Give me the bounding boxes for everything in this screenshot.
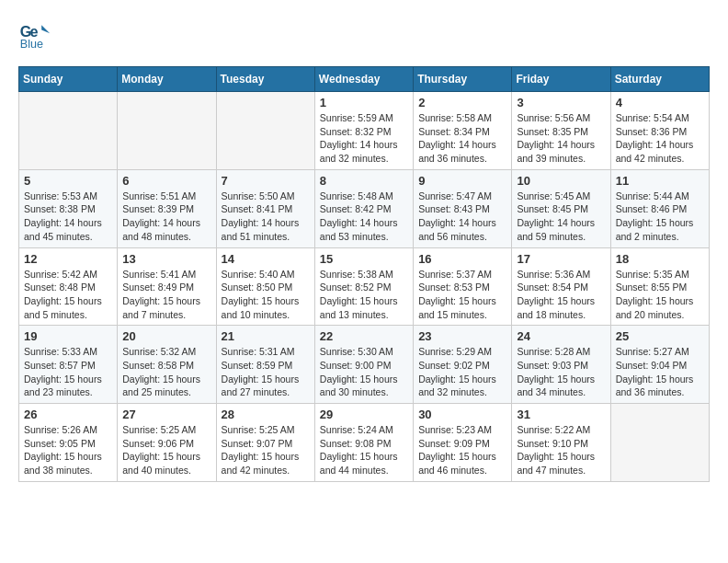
calendar-cell: 27Sunrise: 5:25 AM Sunset: 9:06 PM Dayli… <box>118 404 216 482</box>
calendar-cell: 21Sunrise: 5:31 AM Sunset: 8:59 PM Dayli… <box>216 326 314 404</box>
day-number: 2 <box>418 96 506 109</box>
day-number: 7 <box>222 174 310 188</box>
day-number: 18 <box>616 252 704 266</box>
day-number: 14 <box>222 252 310 266</box>
calendar-cell: 9Sunrise: 5:47 AM Sunset: 8:43 PM Daylig… <box>414 169 512 247</box>
calendar-week-row: 26Sunrise: 5:26 AM Sunset: 9:05 PM Dayli… <box>19 404 710 482</box>
day-info: Sunrise: 5:38 AM Sunset: 8:52 PM Dayligh… <box>320 268 408 322</box>
day-info: Sunrise: 5:28 AM Sunset: 9:03 PM Dayligh… <box>517 345 605 399</box>
day-info: Sunrise: 5:42 AM Sunset: 8:48 PM Dayligh… <box>24 268 112 322</box>
day-info: Sunrise: 5:25 AM Sunset: 9:06 PM Dayligh… <box>122 423 210 477</box>
calendar-cell: 8Sunrise: 5:48 AM Sunset: 8:42 PM Daylig… <box>314 169 413 247</box>
day-number: 4 <box>616 96 704 109</box>
day-number: 6 <box>122 174 210 188</box>
logo: G e Blue <box>18 18 55 52</box>
day-info: Sunrise: 5:40 AM Sunset: 8:50 PM Dayligh… <box>222 268 310 322</box>
day-info: Sunrise: 5:32 AM Sunset: 8:58 PM Dayligh… <box>122 345 210 399</box>
calendar-cell: 24Sunrise: 5:28 AM Sunset: 9:03 PM Dayli… <box>512 326 610 404</box>
day-info: Sunrise: 5:45 AM Sunset: 8:45 PM Dayligh… <box>517 190 605 244</box>
calendar-week-row: 5Sunrise: 5:53 AM Sunset: 8:38 PM Daylig… <box>19 169 710 247</box>
day-number: 12 <box>24 252 112 266</box>
calendar-cell: 2Sunrise: 5:58 AM Sunset: 8:34 PM Daylig… <box>414 92 512 170</box>
day-number: 9 <box>418 174 506 188</box>
calendar-cell: 29Sunrise: 5:24 AM Sunset: 9:08 PM Dayli… <box>314 404 413 482</box>
day-info: Sunrise: 5:54 AM Sunset: 8:36 PM Dayligh… <box>616 111 704 166</box>
day-info: Sunrise: 5:44 AM Sunset: 8:46 PM Dayligh… <box>616 190 704 244</box>
svg-marker-3 <box>41 25 50 33</box>
calendar-cell: 26Sunrise: 5:26 AM Sunset: 9:05 PM Dayli… <box>19 404 118 482</box>
day-info: Sunrise: 5:31 AM Sunset: 8:59 PM Dayligh… <box>222 345 310 399</box>
weekday-header-row: SundayMondayTuesdayWednesdayThursdayFrid… <box>19 67 710 92</box>
day-info: Sunrise: 5:22 AM Sunset: 9:10 PM Dayligh… <box>517 423 605 477</box>
day-number: 11 <box>616 174 704 188</box>
day-number: 20 <box>122 329 210 343</box>
calendar-cell: 20Sunrise: 5:32 AM Sunset: 8:58 PM Dayli… <box>118 326 216 404</box>
page-header: G e Blue <box>18 18 710 52</box>
calendar-cell: 22Sunrise: 5:30 AM Sunset: 9:00 PM Dayli… <box>314 326 413 404</box>
weekday-header-friday: Friday <box>512 67 610 92</box>
day-number: 17 <box>517 252 605 266</box>
calendar-week-row: 19Sunrise: 5:33 AM Sunset: 8:57 PM Dayli… <box>19 326 710 404</box>
day-info: Sunrise: 5:41 AM Sunset: 8:49 PM Dayligh… <box>122 268 210 322</box>
calendar-cell: 18Sunrise: 5:35 AM Sunset: 8:55 PM Dayli… <box>610 247 709 326</box>
weekday-header-wednesday: Wednesday <box>314 67 413 92</box>
day-info: Sunrise: 5:30 AM Sunset: 9:00 PM Dayligh… <box>320 345 408 399</box>
day-number: 31 <box>517 408 605 421</box>
day-info: Sunrise: 5:26 AM Sunset: 9:05 PM Dayligh… <box>24 423 112 477</box>
day-number: 16 <box>418 252 506 266</box>
day-info: Sunrise: 5:25 AM Sunset: 9:07 PM Dayligh… <box>222 423 310 477</box>
day-number: 5 <box>24 174 112 188</box>
day-number: 27 <box>122 408 210 421</box>
day-info: Sunrise: 5:48 AM Sunset: 8:42 PM Dayligh… <box>320 190 408 244</box>
day-number: 10 <box>517 174 605 188</box>
calendar-table: SundayMondayTuesdayWednesdayThursdayFrid… <box>18 66 710 482</box>
calendar-cell: 5Sunrise: 5:53 AM Sunset: 8:38 PM Daylig… <box>19 169 118 247</box>
calendar-cell: 7Sunrise: 5:50 AM Sunset: 8:41 PM Daylig… <box>216 169 314 247</box>
day-info: Sunrise: 5:35 AM Sunset: 8:55 PM Dayligh… <box>616 268 704 322</box>
logo-icon: G e Blue <box>18 18 51 52</box>
calendar-cell: 1Sunrise: 5:59 AM Sunset: 8:32 PM Daylig… <box>314 92 413 170</box>
day-number: 22 <box>320 329 408 343</box>
calendar-cell <box>610 404 709 482</box>
calendar-week-row: 12Sunrise: 5:42 AM Sunset: 8:48 PM Dayli… <box>19 247 710 326</box>
calendar-cell: 19Sunrise: 5:33 AM Sunset: 8:57 PM Dayli… <box>19 326 118 404</box>
calendar-cell: 4Sunrise: 5:54 AM Sunset: 8:36 PM Daylig… <box>610 92 709 170</box>
day-number: 25 <box>616 329 704 343</box>
weekday-header-monday: Monday <box>118 67 216 92</box>
day-number: 19 <box>24 329 112 343</box>
weekday-header-saturday: Saturday <box>610 67 709 92</box>
day-info: Sunrise: 5:50 AM Sunset: 8:41 PM Dayligh… <box>222 190 310 244</box>
day-info: Sunrise: 5:29 AM Sunset: 9:02 PM Dayligh… <box>418 345 506 399</box>
day-info: Sunrise: 5:37 AM Sunset: 8:53 PM Dayligh… <box>418 268 506 322</box>
calendar-cell: 16Sunrise: 5:37 AM Sunset: 8:53 PM Dayli… <box>414 247 512 326</box>
day-info: Sunrise: 5:56 AM Sunset: 8:35 PM Dayligh… <box>517 111 605 166</box>
calendar-cell: 13Sunrise: 5:41 AM Sunset: 8:49 PM Dayli… <box>118 247 216 326</box>
day-number: 24 <box>517 329 605 343</box>
day-number: 1 <box>320 96 408 109</box>
day-number: 15 <box>320 252 408 266</box>
svg-text:e: e <box>30 23 39 40</box>
calendar-cell: 15Sunrise: 5:38 AM Sunset: 8:52 PM Dayli… <box>314 247 413 326</box>
day-info: Sunrise: 5:23 AM Sunset: 9:09 PM Dayligh… <box>418 423 506 477</box>
day-info: Sunrise: 5:27 AM Sunset: 9:04 PM Dayligh… <box>616 345 704 399</box>
calendar-cell <box>216 92 314 170</box>
day-number: 3 <box>517 96 605 109</box>
day-number: 21 <box>222 329 310 343</box>
day-number: 28 <box>222 408 310 421</box>
day-number: 8 <box>320 174 408 188</box>
calendar-cell: 12Sunrise: 5:42 AM Sunset: 8:48 PM Dayli… <box>19 247 118 326</box>
calendar-cell: 25Sunrise: 5:27 AM Sunset: 9:04 PM Dayli… <box>610 326 709 404</box>
weekday-header-tuesday: Tuesday <box>216 67 314 92</box>
calendar-cell <box>118 92 216 170</box>
calendar-cell: 14Sunrise: 5:40 AM Sunset: 8:50 PM Dayli… <box>216 247 314 326</box>
calendar-cell: 3Sunrise: 5:56 AM Sunset: 8:35 PM Daylig… <box>512 92 610 170</box>
day-number: 29 <box>320 408 408 421</box>
calendar-cell: 10Sunrise: 5:45 AM Sunset: 8:45 PM Dayli… <box>512 169 610 247</box>
day-number: 30 <box>418 408 506 421</box>
calendar-week-row: 1Sunrise: 5:59 AM Sunset: 8:32 PM Daylig… <box>19 92 710 170</box>
day-info: Sunrise: 5:33 AM Sunset: 8:57 PM Dayligh… <box>24 345 112 399</box>
day-number: 23 <box>418 329 506 343</box>
weekday-header-thursday: Thursday <box>414 67 512 92</box>
calendar-cell: 17Sunrise: 5:36 AM Sunset: 8:54 PM Dayli… <box>512 247 610 326</box>
calendar-cell: 23Sunrise: 5:29 AM Sunset: 9:02 PM Dayli… <box>414 326 512 404</box>
